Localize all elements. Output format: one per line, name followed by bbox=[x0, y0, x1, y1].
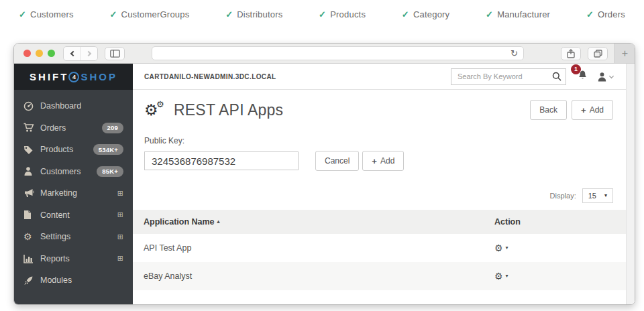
sidebar-toggle-button[interactable] bbox=[105, 47, 125, 60]
sidebar-item-customers[interactable]: Customers 85K+ bbox=[14, 161, 133, 183]
back-page-button[interactable]: Back bbox=[530, 100, 567, 120]
admin-app: SHIFT 4 SHOP Dashboard Orders 209 bbox=[14, 64, 635, 305]
chevron-down-icon bbox=[609, 73, 614, 78]
cart-icon bbox=[23, 123, 40, 133]
table-row: API Test App ⚙ ▾ bbox=[133, 234, 626, 262]
share-icon bbox=[567, 49, 575, 58]
close-window-button[interactable] bbox=[23, 50, 31, 57]
sidebar: SHIFT 4 SHOP Dashboard Orders 209 bbox=[14, 64, 133, 305]
dashboard-icon bbox=[23, 101, 40, 111]
store-domain: CARTDANILO-NEWADMIN.3DC.LOCAL bbox=[144, 73, 276, 80]
forward-button[interactable] bbox=[80, 47, 97, 60]
browser-toolbar: ↻ + bbox=[14, 44, 635, 64]
browser-window: ↻ + SHIFT 4 SHOP bbox=[13, 43, 635, 305]
tab-overview-button[interactable] bbox=[588, 47, 608, 60]
check-icon: ✓ bbox=[19, 9, 26, 19]
sidebar-item-label: Modules bbox=[40, 275, 72, 285]
public-key-label: Public Key: bbox=[144, 136, 613, 145]
search-input[interactable] bbox=[451, 68, 566, 85]
nav-button-group bbox=[63, 46, 98, 61]
caret-down-icon: ▾ bbox=[506, 273, 508, 279]
caret-down-icon: ▾ bbox=[604, 193, 607, 198]
products-count-badge: 534K+ bbox=[93, 144, 123, 155]
person-icon bbox=[23, 166, 40, 176]
table-row: eBay Analyst ⚙ ▾ bbox=[133, 262, 626, 290]
gears-icon: ⚙ ⚙ bbox=[144, 103, 166, 118]
sidebar-item-label: Products bbox=[40, 145, 73, 154]
sidebar-item-settings[interactable]: ⚙ Settings ⊞ bbox=[14, 226, 133, 248]
account-menu-button[interactable] bbox=[597, 72, 613, 82]
customers-count-badge: 85K+ bbox=[97, 166, 123, 177]
row-action-menu-button[interactable]: ⚙ ▾ bbox=[494, 243, 615, 253]
column-action: Action bbox=[494, 217, 615, 227]
sidebar-item-content[interactable]: Content ⊞ bbox=[14, 204, 133, 227]
address-bar[interactable]: ↻ bbox=[152, 46, 524, 60]
notification-count-badge: 1 bbox=[571, 64, 581, 74]
share-button[interactable] bbox=[561, 47, 581, 60]
public-key-form: Public Key: Cancel + Add bbox=[144, 136, 613, 171]
sidebar-item-label: Dashboard bbox=[40, 101, 81, 111]
page-content: ⚙ ⚙ REST API Apps Back + Add bbox=[133, 90, 635, 290]
reload-icon[interactable]: ↻ bbox=[511, 49, 518, 58]
sidebar-item-label: Settings bbox=[40, 232, 70, 241]
check-item-orders: ✓ Orders bbox=[586, 9, 625, 19]
notifications-button[interactable]: 1 bbox=[577, 70, 588, 84]
display-count-select[interactable]: 15 ▾ bbox=[582, 188, 613, 203]
megaphone-icon bbox=[23, 188, 40, 198]
new-tab-button[interactable]: + bbox=[614, 44, 635, 63]
sidebar-icon bbox=[110, 50, 120, 58]
user-icon bbox=[597, 72, 607, 82]
display-selected-value: 15 bbox=[588, 192, 596, 200]
check-item-customers: ✓ Customers bbox=[19, 9, 74, 19]
check-icon: ✓ bbox=[586, 9, 594, 19]
sidebar-item-modules[interactable]: Modules bbox=[14, 269, 133, 292]
sidebar-item-marketing[interactable]: Marketing ⊞ bbox=[14, 182, 133, 204]
display-label: Display: bbox=[550, 192, 576, 200]
sidebar-item-orders[interactable]: Orders 209 bbox=[14, 117, 133, 139]
chevron-left-icon bbox=[70, 50, 75, 56]
check-item-category: ✓ Category bbox=[402, 9, 449, 19]
checklist-strip: ✓ Customers ✓ CustomerGroups ✓ Distribut… bbox=[0, 0, 644, 25]
check-label: Orders bbox=[598, 9, 625, 19]
page-title-row: ⚙ ⚙ REST API Apps Back + Add bbox=[144, 100, 613, 120]
check-item-customergroups: ✓ CustomerGroups bbox=[110, 9, 190, 19]
check-icon: ✓ bbox=[486, 9, 493, 19]
expand-icon[interactable]: ⊞ bbox=[117, 255, 123, 262]
column-application-name[interactable]: Application Name ▴ bbox=[144, 217, 494, 227]
expand-icon[interactable]: ⊞ bbox=[117, 211, 123, 219]
display-row: Display: 15 ▾ bbox=[144, 188, 613, 203]
search-icon[interactable] bbox=[552, 72, 561, 84]
expand-icon[interactable]: ⊞ bbox=[117, 233, 123, 241]
logo-4-badge: 4 bbox=[68, 72, 79, 82]
sidebar-item-products[interactable]: Products 534K+ bbox=[14, 139, 133, 161]
back-button[interactable] bbox=[64, 47, 80, 60]
sidebar-item-reports[interactable]: Reports ⊞ bbox=[14, 248, 133, 270]
check-label: Manufacturer bbox=[497, 9, 550, 19]
sidebar-item-label: Reports bbox=[40, 254, 70, 263]
gears-icon: ⚙ bbox=[23, 232, 40, 241]
zoom-window-button[interactable] bbox=[48, 50, 55, 57]
logo-text-shift: SHIFT bbox=[30, 71, 68, 82]
page-title: REST API Apps bbox=[174, 101, 283, 119]
add-app-button[interactable]: + Add bbox=[572, 100, 613, 120]
gear-icon: ⚙ bbox=[494, 271, 503, 281]
admin-main: CARTDANILO-NEWADMIN.3DC.LOCAL 1 bbox=[133, 64, 635, 305]
sort-asc-icon: ▴ bbox=[217, 219, 220, 225]
bar-chart-icon bbox=[23, 254, 40, 263]
document-icon bbox=[23, 210, 40, 220]
expand-icon[interactable]: ⊞ bbox=[117, 190, 123, 197]
form-add-button[interactable]: + Add bbox=[362, 151, 404, 171]
row-action-menu-button[interactable]: ⚙ ▾ bbox=[494, 271, 615, 281]
minimize-window-button[interactable] bbox=[36, 50, 43, 57]
check-label: Products bbox=[330, 9, 366, 19]
public-key-input[interactable] bbox=[144, 151, 299, 170]
cancel-button[interactable]: Cancel bbox=[315, 151, 359, 171]
check-icon: ✓ bbox=[225, 9, 233, 19]
sidebar-item-dashboard[interactable]: Dashboard bbox=[14, 95, 133, 117]
logo-text-shop: SHOP bbox=[80, 71, 117, 82]
check-icon: ✓ bbox=[110, 9, 117, 19]
admin-header: CARTDANILO-NEWADMIN.3DC.LOCAL 1 bbox=[133, 64, 635, 90]
shift4shop-logo[interactable]: SHIFT 4 SHOP bbox=[14, 64, 133, 90]
scrollbar[interactable] bbox=[626, 64, 635, 305]
check-item-products: ✓ Products bbox=[319, 9, 366, 19]
